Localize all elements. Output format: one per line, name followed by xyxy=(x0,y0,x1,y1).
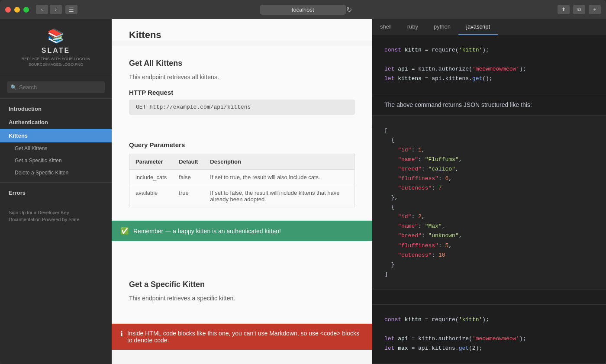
share-button[interactable]: ⬆ xyxy=(558,5,570,14)
http-label: HTTP Request xyxy=(129,89,355,96)
code-method: get xyxy=(459,345,469,351)
table-row: include_cats false If set to true, the r… xyxy=(129,170,355,185)
sidebar-item-errors[interactable]: Errors xyxy=(0,186,112,200)
code-line: "cuteness": 10 xyxy=(384,251,594,260)
code-default: (); xyxy=(482,75,492,82)
code-line: "breed": "unknown", xyxy=(384,231,594,241)
code-line: let max = api.kittens.get(2); xyxy=(384,344,594,353)
code-block-require: const kittn = require('kittn'); let api … xyxy=(372,35,606,94)
refresh-button[interactable]: ↻ xyxy=(346,6,352,14)
code-var: max xyxy=(398,345,411,351)
tab-javascript[interactable]: javascript xyxy=(458,19,498,35)
code-keyword: const xyxy=(384,47,405,53)
code-default: ); xyxy=(482,47,489,53)
tab-ruby[interactable]: ruby xyxy=(400,19,426,35)
code-keyword: let xyxy=(384,345,398,351)
dev-key-link[interactable]: Sign Up for a Developer Key xyxy=(9,210,103,215)
param-default-1: true xyxy=(173,185,204,207)
col-description: Description xyxy=(204,154,355,170)
code-var: kittn xyxy=(405,316,425,323)
code-line: let api = kittn.authorize('meowmeowmeow'… xyxy=(384,64,594,74)
traffic-lights xyxy=(5,7,29,13)
code-block-json: [ { "id": 1, "name": "Fluffums", "breed"… xyxy=(372,116,606,290)
query-params-label: Query Parameters xyxy=(129,141,355,148)
tab-python[interactable]: python xyxy=(426,19,458,35)
code-keyword: let xyxy=(384,66,398,72)
titlebar: ‹ › ☰ localhost ↻ ⬆ ⧉ + xyxy=(0,0,606,19)
code-line: let api = kittn.authorize('meowmeowmeow'… xyxy=(384,334,594,344)
code-string: 'meowmeowmeow' xyxy=(472,335,519,342)
sidebar: 📚 SLATE REPLACE THIS WITH YOUR LOGO IN S… xyxy=(0,19,112,364)
code-spacer xyxy=(372,290,606,305)
section-get-specific: Get a Specific Kitten This endpoint retr… xyxy=(112,267,372,323)
code-block-require2: const kittn = require('kittn'); let api … xyxy=(372,305,606,364)
duplicate-button[interactable]: ⧉ xyxy=(573,5,585,14)
code-default: ); xyxy=(519,66,526,72)
sidebar-subitem-get-specific[interactable]: Get a Specific Kitten xyxy=(0,155,112,167)
logo-subtitle: REPLACE THIS WITH YOUR LOGO IN SOURCE/IM… xyxy=(9,56,103,67)
sidebar-item-kittens[interactable]: Kittens xyxy=(0,129,112,142)
code-string: 'kittn' xyxy=(459,316,483,323)
search-input[interactable] xyxy=(7,81,105,93)
code-line: "cuteness": 7 xyxy=(384,184,594,193)
sidebar-subitem-delete-specific[interactable]: Delete a Specific Kitten xyxy=(0,167,112,179)
search-icon: 🔍 xyxy=(10,84,17,90)
code-line: let kittens = api.kittens.get(); xyxy=(384,74,594,84)
nav-divider xyxy=(0,182,112,183)
code-string: 'meowmeowmeow' xyxy=(472,66,519,72)
section-params: Query Parameters Parameter Default Descr… xyxy=(112,128,372,221)
sidebar-item-introduction[interactable]: Introduction xyxy=(0,102,112,116)
success-icon: ✅ xyxy=(120,227,129,235)
code-var: api xyxy=(398,335,411,342)
spacer xyxy=(112,241,372,267)
code-line: ] xyxy=(384,270,594,279)
sidebar-subitem-get-all[interactable]: Get All Kittens xyxy=(0,142,112,155)
code-keyword: let xyxy=(384,335,398,342)
code-var: api xyxy=(398,66,411,72)
code-line: { xyxy=(384,203,594,212)
code-line: "id": 2, xyxy=(384,212,594,222)
notice-error: ℹ Inside HTML code blocks like this one,… xyxy=(112,324,372,350)
forward-button[interactable]: › xyxy=(50,5,62,14)
code-line: } xyxy=(384,260,594,270)
main-layout: 📚 SLATE REPLACE THIS WITH YOUR LOGO IN S… xyxy=(0,19,606,364)
section-get-all-title: Get All Kittens xyxy=(129,59,355,68)
maximize-button[interactable] xyxy=(23,7,29,13)
search-box: 🔍 xyxy=(0,76,112,99)
minimize-button[interactable] xyxy=(14,7,20,13)
code-line: "id": 1, xyxy=(384,145,594,155)
code-line: const kittn = require('kittn'); xyxy=(384,315,594,325)
code-default: ); xyxy=(519,335,526,342)
http-code: GET http://example.com/api/kittens xyxy=(129,100,355,115)
code-desc-text: The above command returns JSON structure… xyxy=(384,101,532,108)
logo-text: SLATE xyxy=(9,47,103,55)
code-default: = api.kittens. xyxy=(425,75,472,82)
notice-error-text: Inside HTML code blocks like this one, y… xyxy=(127,330,364,344)
logo-area: 📚 SLATE REPLACE THIS WITH YOUR LOGO IN S… xyxy=(0,19,112,76)
section-get-specific-desc: This endpoint retrieves a specific kitte… xyxy=(129,293,355,303)
param-desc-0: If set to true, the result will also inc… xyxy=(204,170,355,185)
tab-shell[interactable]: shell xyxy=(372,19,400,35)
code-line: [ xyxy=(384,126,594,135)
back-button[interactable]: ‹ xyxy=(36,5,48,14)
code-method: get xyxy=(472,75,482,82)
code-line: const kittn = require('kittn'); xyxy=(384,45,594,55)
add-tab-button[interactable]: + xyxy=(589,5,601,14)
sidebar-toggle-button[interactable]: ☰ xyxy=(65,5,77,14)
code-line: "breed": "calico", xyxy=(384,164,594,174)
code-line: }, xyxy=(384,193,594,203)
param-default-0: false xyxy=(173,170,204,185)
section-get-all-desc: This endpoint retrieves all kittens. xyxy=(129,72,355,82)
sidebar-item-authentication[interactable]: Authentication xyxy=(0,116,112,129)
code-line: "name": "Fluffums", xyxy=(384,155,594,164)
notice-success-text: Remember — a happy kitten is an authenti… xyxy=(133,228,281,235)
code-panel: shell ruby python javascript const kittn… xyxy=(372,19,606,364)
code-keyword: const xyxy=(384,316,405,323)
notice-success: ✅ Remember — a happy kitten is an authen… xyxy=(112,221,372,241)
param-desc-1: If set to false, the result will include… xyxy=(204,185,355,207)
close-button[interactable] xyxy=(5,7,11,13)
code-default: ); xyxy=(482,316,489,323)
params-table: Parameter Default Description include_ca… xyxy=(129,154,355,207)
col-default: Default xyxy=(173,154,204,170)
code-var: kittens xyxy=(398,75,425,82)
